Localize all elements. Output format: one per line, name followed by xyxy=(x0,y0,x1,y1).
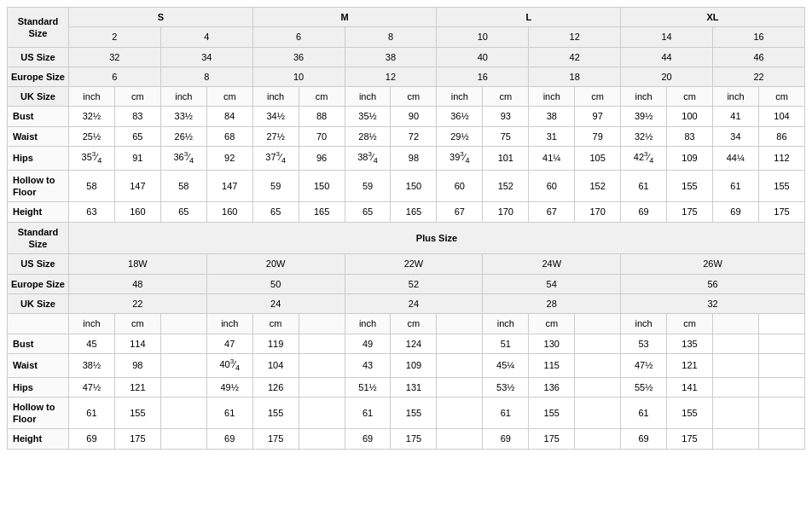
us-12: 12 xyxy=(529,27,621,47)
eu-46: 46 xyxy=(713,47,805,67)
waist-plus-inch-1: 403⁄4 xyxy=(206,353,252,377)
eu-44: 44 xyxy=(621,47,713,67)
hollow-plus-inch-4: 61 xyxy=(621,397,667,429)
s-header: S xyxy=(68,8,252,27)
hollow-std-inch-1: 58 xyxy=(160,170,206,202)
hollow-std-inch-6: 61 xyxy=(621,170,667,202)
hips-plus-inch-2: 51½ xyxy=(345,377,391,397)
plus-uk-24b: 24 xyxy=(345,293,483,313)
hollow-std-cm-0: 147 xyxy=(114,170,160,202)
eu-38: 38 xyxy=(345,47,437,67)
height-std-cm-3: 165 xyxy=(391,202,437,222)
height-plus-sp-2 xyxy=(437,429,483,449)
waist-plus-cm-4: 121 xyxy=(667,353,713,377)
waist-std-cm-0: 65 xyxy=(114,126,160,146)
height-plus-sp-3 xyxy=(575,429,621,449)
bust-std-cm-1: 84 xyxy=(206,107,252,126)
waist-plus-label: Waist xyxy=(8,353,69,377)
height-plus-cm-3: 175 xyxy=(529,429,575,449)
hips-plus-cm-0: 121 xyxy=(114,377,160,397)
waist-std-inch-0: 25½ xyxy=(68,126,114,146)
height-std-inch-2: 65 xyxy=(252,202,299,222)
waist-std-inch-3: 28½ xyxy=(345,126,391,146)
hips-std-row: Hips353⁄491363⁄492373⁄496383⁄498393⁄4101… xyxy=(8,147,805,171)
waist-plus-row: Waist38½98403⁄41044310945¼11547½121 xyxy=(8,353,805,377)
waist-std-inch-2: 27½ xyxy=(252,126,299,146)
plus-uk-label: UK Size xyxy=(8,293,69,313)
bust-std-cm-6: 100 xyxy=(667,107,713,126)
height-plus-inch-4: 69 xyxy=(621,429,667,449)
hollow-std-inch-7: 61 xyxy=(713,170,759,202)
height-std-cm-1: 160 xyxy=(206,202,252,222)
standard-size-label: StandardSize xyxy=(8,8,69,48)
hips-plus-inch-3: 53½ xyxy=(483,377,529,397)
hips-plus-cm-1: 126 xyxy=(252,377,299,397)
cm-h3: cm xyxy=(299,87,345,107)
height-std-inch-7: 69 xyxy=(713,202,759,222)
height-std-cm-5: 170 xyxy=(575,202,621,222)
hips-plus-sp2-4 xyxy=(758,377,804,397)
plus-empty4 xyxy=(437,314,483,334)
plus-eu-label: Europe Size xyxy=(8,274,69,293)
hips-std-cm-0: 91 xyxy=(114,147,160,171)
hips-plus-sp-1 xyxy=(299,377,345,397)
plus-eu-50: 50 xyxy=(206,274,345,293)
height-plus-cm-4: 175 xyxy=(667,429,713,449)
plus-size-header: Plus Size xyxy=(68,222,804,254)
hips-plus-sp-3 xyxy=(575,377,621,397)
bust-std-inch-6: 39½ xyxy=(621,107,667,126)
waist-plus-sp-4 xyxy=(713,353,759,377)
bust-std-row: Bust32½8333½8434½8835½9036½93389739½1004… xyxy=(8,107,805,126)
hips-plus-cm-4: 141 xyxy=(667,377,713,397)
hollow-plus-cm-4: 155 xyxy=(667,397,713,429)
plus-std-label: Standard Size xyxy=(8,222,69,254)
hips-plus-row: Hips47½12149½12651½13153½13655½141 xyxy=(8,377,805,397)
plus-inch-h2: inch xyxy=(206,314,252,334)
height-std-cm-0: 160 xyxy=(114,202,160,222)
bust-plus-sp-1 xyxy=(299,334,345,353)
uk-22: 22 xyxy=(713,67,805,86)
height-std-inch-1: 65 xyxy=(160,202,206,222)
waist-std-cm-2: 70 xyxy=(299,126,345,146)
hollow-plus-sp-1 xyxy=(299,397,345,429)
bust-std-cm-5: 97 xyxy=(575,107,621,126)
waist-std-cm-5: 79 xyxy=(575,126,621,146)
uk-6: 6 xyxy=(68,67,160,86)
bust-plus-cm-3: 130 xyxy=(529,334,575,353)
hollow-std-inch-0: 58 xyxy=(68,170,114,202)
hollow-std-cm-4: 152 xyxy=(483,170,529,202)
bust-std-inch-7: 41 xyxy=(713,107,759,126)
waist-plus-inch-3: 45¼ xyxy=(483,353,529,377)
hips-std-inch-5: 41¼ xyxy=(529,147,575,171)
uk-18: 18 xyxy=(529,67,621,86)
cm-h4: cm xyxy=(391,87,437,107)
inch-h4: inch xyxy=(345,87,391,107)
plus-us-22w: 22W xyxy=(345,254,483,274)
plus-us-20w: 20W xyxy=(206,254,345,274)
hips-plus-sp-4 xyxy=(713,377,759,397)
hollow-plus-cm-3: 155 xyxy=(529,397,575,429)
waist-plus-sp-2 xyxy=(437,353,483,377)
height-plus-inch-1: 69 xyxy=(206,429,252,449)
hips-std-cm-5: 105 xyxy=(575,147,621,171)
hollow-plus-inch-2: 61 xyxy=(345,397,391,429)
hollow-plus-inch-1: 61 xyxy=(206,397,252,429)
plus-inch-h1: inch xyxy=(68,314,114,334)
hollow-plus-label: Hollow to Floor xyxy=(8,397,69,429)
hollow-std-inch-4: 60 xyxy=(437,170,483,202)
waist-std-label: Waist xyxy=(8,126,69,146)
waist-std-cm-3: 72 xyxy=(391,126,437,146)
hollow-plus-cm-2: 155 xyxy=(391,397,437,429)
bust-plus-cm-2: 124 xyxy=(391,334,437,353)
waist-plus-cm-3: 115 xyxy=(529,353,575,377)
bust-plus-label: Bust xyxy=(8,334,69,353)
hips-plus-cm-3: 136 xyxy=(529,377,575,397)
height-std-cm-7: 175 xyxy=(758,202,804,222)
height-plus-cm-1: 175 xyxy=(252,429,299,449)
uk-8: 8 xyxy=(160,67,252,86)
hips-plus-inch-4: 55½ xyxy=(621,377,667,397)
inch-h7: inch xyxy=(621,87,667,107)
plus-eu-52: 52 xyxy=(345,274,483,293)
height-plus-inch-2: 69 xyxy=(345,429,391,449)
waist-plus-cm-2: 109 xyxy=(391,353,437,377)
